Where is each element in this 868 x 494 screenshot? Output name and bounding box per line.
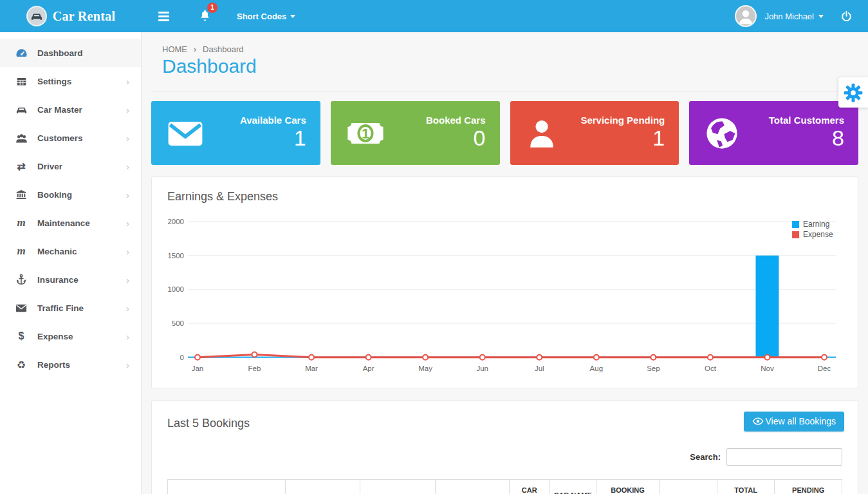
sidebar-item-maintenance[interactable]: mMaintenance› <box>0 209 141 237</box>
user-name-label: John Michael <box>764 12 814 21</box>
sidebar-item-label: Maintenance <box>37 218 90 228</box>
topbar-right: John Michael <box>735 5 868 27</box>
column-header-booking-from[interactable]: Booking From <box>360 479 436 494</box>
globe-icon <box>705 116 744 151</box>
search-label: Search: <box>690 452 721 462</box>
column-header-booking-status[interactable]: Booking Status <box>596 479 660 494</box>
exchange-icon: ⇄ <box>14 160 28 173</box>
svg-text:Sep: Sep <box>647 365 660 372</box>
sidebar-item-label: Mechanic <box>37 247 77 256</box>
svg-text:Expense: Expense <box>803 230 833 239</box>
search-input[interactable] <box>726 448 842 466</box>
table-search: Search: <box>167 448 842 466</box>
breadcrumb-home-link[interactable]: HOME <box>162 44 187 54</box>
sidebar-item-insurance[interactable]: Insurance› <box>0 265 141 294</box>
maxcdn-icon: m <box>14 245 28 258</box>
sidebar-item-dashboard[interactable]: Dashboard <box>0 39 141 67</box>
gear-icon <box>844 83 863 102</box>
chart-title: Earnings & Expenses <box>167 190 842 204</box>
column-header-total-charges[interactable]: Total Charges <box>717 479 775 494</box>
svg-text:Jun: Jun <box>476 365 488 372</box>
svg-text:Jul: Jul <box>535 365 544 372</box>
envelope-icon <box>14 303 28 313</box>
sidebar-item-customers[interactable]: Customers› <box>0 124 141 152</box>
short-codes-label: Short Codes <box>237 12 286 21</box>
page-title: Dashboard <box>162 55 847 77</box>
power-icon <box>840 10 853 23</box>
chevron-right-icon: › <box>126 77 129 86</box>
svg-text:1000: 1000 <box>167 285 184 293</box>
stat-card-label: Servicing Pending <box>580 115 665 126</box>
svg-text:Nov: Nov <box>761 365 774 372</box>
user-menu[interactable]: John Michael <box>764 12 824 21</box>
svg-text:Aug: Aug <box>590 365 603 372</box>
view-all-bookings-button[interactable]: View all Bookings <box>744 412 844 432</box>
chevron-right-icon: › <box>126 332 129 341</box>
short-codes-dropdown[interactable]: Short Codes <box>237 12 295 21</box>
notifications-button[interactable]: 1 <box>199 8 211 24</box>
tachometer-icon <box>14 47 28 59</box>
power-button[interactable] <box>840 10 853 23</box>
stat-card-booked-cars: 1Booked Cars0 <box>331 101 500 165</box>
stat-card-available-cars: Available Cars1 <box>151 101 320 165</box>
recycle-icon: ♻ <box>14 359 28 371</box>
sidebar-item-driver[interactable]: ⇄Driver› <box>0 152 141 180</box>
sidebar-item-label: Insurance <box>37 275 78 285</box>
sidebar-item-label: Expense <box>37 332 73 341</box>
hamburger-menu-icon[interactable] <box>156 9 172 24</box>
svg-text:500: 500 <box>172 319 184 327</box>
chevron-right-icon: › <box>126 133 129 143</box>
stat-card-label: Total Customers <box>769 115 844 126</box>
earnings-expenses-panel: Earnings & Expenses 0500100015002000JanF… <box>151 176 858 388</box>
earnings-expenses-chart: 0500100015002000JanFebMarAprMayJunJulAug… <box>167 213 842 379</box>
svg-text:Dec: Dec <box>818 365 831 372</box>
avatar[interactable] <box>735 5 757 27</box>
svg-text:Mar: Mar <box>305 365 318 372</box>
stat-card-value: 1 <box>580 126 665 151</box>
sidebar: DashboardSettings›Car Master›Customers›⇄… <box>0 32 142 494</box>
sidebar-item-car-master[interactable]: Car Master› <box>0 95 141 124</box>
column-header-pending-charges[interactable]: Pending Charges <box>775 479 842 494</box>
breadcrumb-separator-icon: › <box>194 45 196 54</box>
sidebar-item-label: Traffic Fine <box>37 303 84 313</box>
sidebar-item-expense[interactable]: $Expense› <box>0 322 141 350</box>
sidebar-item-reports[interactable]: ♻Reports› <box>0 350 141 379</box>
settings-gear-button[interactable] <box>838 77 868 108</box>
svg-text:1500: 1500 <box>167 252 184 260</box>
column-header-car-name[interactable]: Car Name <box>549 479 596 494</box>
sidebar-item-mechanic[interactable]: mMechanic› <box>0 237 141 265</box>
users-icon <box>14 133 28 144</box>
column-header-booked-on[interactable]: Booked On <box>286 479 360 494</box>
chevron-down-icon <box>290 15 295 18</box>
bookings-table: Customer NameBooked OnBooking FromBookin… <box>167 479 842 494</box>
sidebar-item-settings[interactable]: Settings› <box>0 67 141 95</box>
chevron-right-icon: › <box>126 275 129 285</box>
column-label: Car Type <box>513 486 546 494</box>
breadcrumb-current: Dashboard <box>203 44 244 54</box>
stat-card-value: 8 <box>769 126 844 151</box>
sidebar-item-traffic-fine[interactable]: Traffic Fine› <box>0 294 141 322</box>
chevron-right-icon: › <box>126 218 129 228</box>
column-label: Total Charges <box>721 486 771 494</box>
column-header-booking-till[interactable]: Booking Till <box>436 479 510 494</box>
svg-text:Jan: Jan <box>192 365 204 372</box>
brand-title: Car Rental <box>53 9 116 24</box>
svg-text:May: May <box>418 365 432 372</box>
view-all-bookings-label: View all Bookings <box>766 416 836 426</box>
user-icon <box>526 117 566 150</box>
anchor-icon <box>14 274 28 285</box>
sidebar-item-label: Settings <box>37 77 71 86</box>
column-header-car-type[interactable]: Car Type <box>510 479 549 494</box>
column-header-remark[interactable]: Remark <box>660 479 717 494</box>
chevron-right-icon: › <box>126 247 129 256</box>
column-header-customer-name[interactable]: Customer Name <box>168 479 286 494</box>
table-icon <box>14 76 28 87</box>
column-label: Pending Charges <box>778 486 838 494</box>
sidebar-item-label: Booking <box>37 190 72 200</box>
svg-text:Oct: Oct <box>705 365 717 372</box>
svg-text:Earning: Earning <box>803 220 829 229</box>
sidebar-item-booking[interactable]: Booking› <box>0 180 141 209</box>
svg-text:Feb: Feb <box>248 365 261 372</box>
stat-card-label: Booked Cars <box>426 115 486 126</box>
brand[interactable]: Car Rental <box>0 6 142 26</box>
